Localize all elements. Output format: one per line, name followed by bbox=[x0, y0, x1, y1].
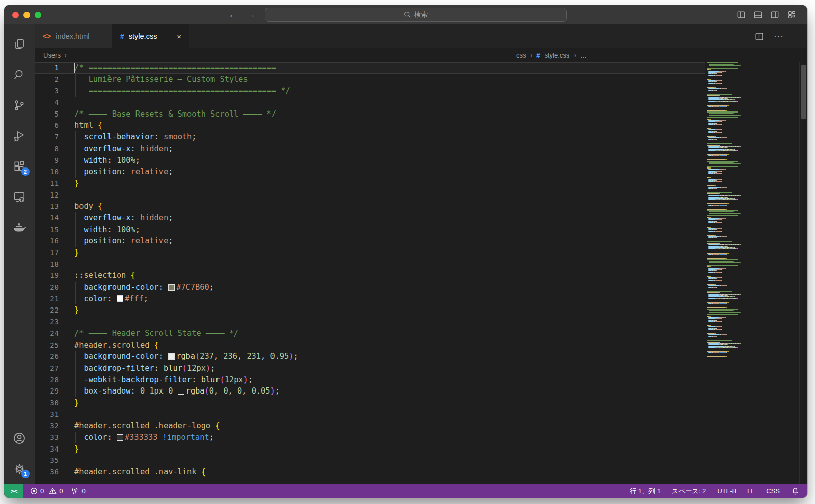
code-text: background-color: rgba(237, 236, 231, 0.… bbox=[59, 351, 298, 362]
ports-indicator[interactable]: 0 bbox=[71, 487, 85, 495]
color-swatch[interactable] bbox=[168, 284, 175, 291]
code-line-13[interactable]: 13body { bbox=[35, 201, 705, 212]
close-tab-icon[interactable]: × bbox=[177, 32, 181, 41]
code-line-34[interactable]: 34} bbox=[35, 443, 705, 455]
code-line-30[interactable]: 30} bbox=[35, 397, 705, 409]
code-line-31[interactable]: 31 bbox=[35, 409, 705, 421]
tab-index-html[interactable]: <> index.html bbox=[35, 24, 112, 48]
explorer-icon[interactable] bbox=[7, 29, 32, 60]
line-number: 13 bbox=[35, 201, 59, 212]
problems-indicator[interactable]: 0 0 bbox=[30, 487, 63, 495]
code-token: : bbox=[107, 225, 116, 234]
code-line-25[interactable]: 25#header.scrolled { bbox=[35, 340, 705, 351]
navigate-back-button[interactable]: ← bbox=[228, 9, 238, 20]
scrollbar-thumb[interactable] bbox=[801, 65, 806, 119]
source-control-icon[interactable] bbox=[7, 90, 32, 121]
code-area[interactable]: 1/* ====================================… bbox=[35, 62, 705, 484]
tab-style-css[interactable]: # style.css × bbox=[112, 24, 189, 48]
code-line-22[interactable]: 22} bbox=[35, 304, 705, 316]
code-line-20[interactable]: 20 background-color: #7C7B60; bbox=[35, 282, 705, 293]
code-token: ; bbox=[192, 132, 196, 142]
line-number: 1 bbox=[35, 62, 59, 74]
navigate-forward-button[interactable]: → bbox=[246, 9, 256, 20]
more-actions-icon[interactable]: ··· bbox=[774, 31, 784, 41]
toggle-panel-bottom-icon[interactable] bbox=[753, 10, 763, 19]
close-window-button[interactable] bbox=[12, 12, 19, 18]
indentation-setting[interactable]: スペース: 2 bbox=[672, 487, 706, 496]
code-text: body { bbox=[59, 201, 102, 212]
minimap[interactable] bbox=[707, 62, 799, 484]
code-line-26[interactable]: 26 background-color: rgba(237, 236, 231,… bbox=[35, 351, 705, 362]
code-line-4[interactable]: 4 bbox=[35, 97, 705, 108]
line-number: 12 bbox=[35, 189, 59, 201]
color-swatch[interactable] bbox=[178, 388, 184, 395]
code-line-17[interactable]: 17} bbox=[35, 247, 705, 259]
extensions-icon[interactable]: 2 bbox=[7, 151, 32, 182]
code-line-21[interactable]: 21 color: #fff; bbox=[35, 293, 705, 305]
split-editor-icon[interactable] bbox=[755, 32, 764, 41]
line-number: 18 bbox=[35, 259, 59, 270]
code-line-2[interactable]: 2 Lumière Pâtisserie – Custom Styles bbox=[35, 74, 705, 86]
code-line-29[interactable]: 29 box-shadow: 0 1px 0 rgba(0, 0, 0, 0.0… bbox=[35, 385, 705, 397]
color-swatch[interactable] bbox=[117, 434, 123, 441]
code-line-3[interactable]: 3 ======================================… bbox=[35, 85, 705, 97]
code-line-28[interactable]: 28 -webkit-backdrop-filter: blur(12px); bbox=[35, 374, 705, 386]
code-editor[interactable]: 1/* ====================================… bbox=[35, 62, 807, 484]
code-line-23[interactable]: 23 bbox=[35, 316, 705, 328]
code-line-9[interactable]: 9 width: 100%; bbox=[35, 155, 705, 166]
code-line-15[interactable]: 15 width: 100%; bbox=[35, 224, 705, 236]
remote-indicator[interactable]: >< bbox=[4, 484, 23, 498]
code-line-8[interactable]: 8 overflow-x: hidden; bbox=[35, 143, 705, 155]
code-token: ; bbox=[168, 144, 173, 153]
code-line-1[interactable]: 1/* ====================================… bbox=[35, 62, 705, 74]
toggle-sidebar-right-icon[interactable] bbox=[770, 10, 779, 19]
error-icon bbox=[30, 487, 38, 495]
code-line-36[interactable]: 36#header.scrolled .nav-link { bbox=[35, 466, 705, 478]
code-line-27[interactable]: 27 backdrop-filter: blur(12px); bbox=[35, 362, 705, 374]
toggle-sidebar-left-icon[interactable] bbox=[737, 10, 746, 19]
accounts-icon[interactable] bbox=[7, 423, 32, 454]
code-token bbox=[164, 386, 168, 396]
settings-gear-icon[interactable]: 1 bbox=[7, 454, 32, 484]
eol-setting[interactable]: LF bbox=[747, 487, 755, 495]
run-debug-icon[interactable] bbox=[7, 121, 32, 151]
code-text: #header.scrolled { bbox=[59, 340, 159, 351]
docker-icon[interactable] bbox=[7, 212, 32, 243]
code-token: hidden bbox=[140, 144, 168, 153]
breadcrumb-item-users[interactable]: Users bbox=[43, 51, 61, 59]
breadcrumb-item-symbol[interactable]: … bbox=[580, 51, 587, 59]
command-center-search[interactable]: 検索 bbox=[265, 8, 567, 22]
code-line-10[interactable]: 10 position: relative; bbox=[35, 166, 705, 178]
code-line-12[interactable]: 12 bbox=[35, 189, 705, 201]
code-line-35[interactable]: 35 bbox=[35, 455, 705, 466]
breadcrumb-item-file[interactable]: style.css bbox=[544, 51, 569, 59]
search-view-icon[interactable] bbox=[7, 60, 32, 90]
vertical-scrollbar[interactable] bbox=[799, 62, 807, 484]
code-token: overflow-x bbox=[84, 144, 130, 153]
customize-layout-icon[interactable] bbox=[787, 10, 796, 19]
code-line-32[interactable]: 32#header.scrolled .header-logo { bbox=[35, 420, 705, 432]
minimize-window-button[interactable] bbox=[23, 12, 30, 18]
zoom-window-button[interactable] bbox=[35, 12, 41, 18]
language-mode[interactable]: CSS bbox=[766, 487, 780, 495]
code-line-33[interactable]: 33 color: #333333 !important; bbox=[35, 432, 705, 443]
notifications-bell-icon[interactable] bbox=[791, 487, 799, 495]
code-line-14[interactable]: 14 overflow-x: hidden; bbox=[35, 212, 705, 224]
color-swatch[interactable] bbox=[168, 353, 175, 360]
code-line-7[interactable]: 7 scroll-behavior: smooth; bbox=[35, 131, 705, 143]
code-line-24[interactable]: 24/* ———— Header Scroll State ———— */ bbox=[35, 328, 705, 340]
code-line-19[interactable]: 19::selection { bbox=[35, 270, 705, 282]
code-line-18[interactable]: 18 bbox=[35, 259, 705, 270]
code-line-16[interactable]: 16 position: relative; bbox=[35, 235, 705, 247]
remote-explorer-icon[interactable] bbox=[7, 182, 32, 212]
encoding-setting[interactable]: UTF-8 bbox=[717, 487, 736, 495]
color-swatch[interactable] bbox=[117, 295, 123, 302]
cursor-position[interactable]: 行 1、列 1 bbox=[630, 487, 661, 496]
indent-guide bbox=[75, 143, 76, 155]
breadcrumb-item-css-folder[interactable]: css bbox=[516, 51, 526, 59]
breadcrumb: Users › css › # style.css › … bbox=[35, 48, 807, 62]
code-line-5[interactable]: 5/* ———— Base Resets & Smooth Scroll ———… bbox=[35, 108, 705, 120]
indent-guide bbox=[75, 293, 76, 305]
code-line-6[interactable]: 6html { bbox=[35, 120, 705, 131]
code-line-11[interactable]: 11} bbox=[35, 178, 705, 189]
